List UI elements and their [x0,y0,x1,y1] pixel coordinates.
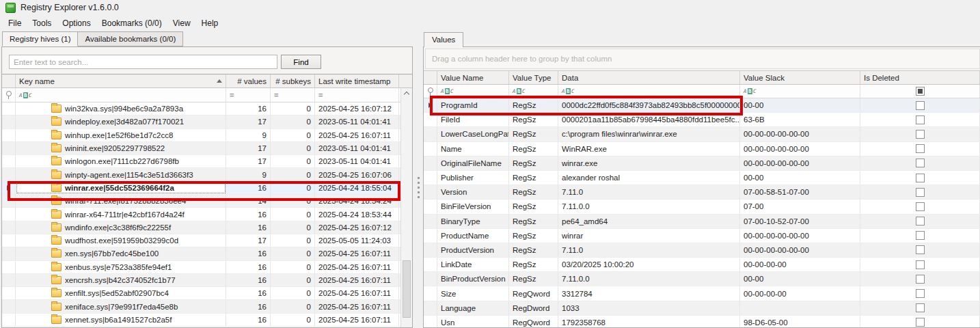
menu-item-help[interactable]: Help [196,16,224,30]
key-name-cell: xencrsh.sys|b42c374052fc1b77 [16,274,226,286]
filter-data[interactable]: ABC [558,85,740,98]
registry-hives-panel: Find Key name # values # subkeys Last wr… [1,46,413,328]
value-row[interactable]: BinaryTypeRegSzpe64_amd6407-00-10-52-07-… [424,215,980,229]
key-row[interactable]: wudfhost.exe|591959b03299c0d1702025-05-0… [2,234,412,247]
value-row[interactable]: VersionRegSz7.11.007-00-58-51-07-00 [424,185,980,200]
find-button[interactable]: Find [281,55,321,69]
key-row[interactable]: winrar-711.exe|f817528b82836ee41402025-0… [2,195,412,208]
is-deleted-checkbox[interactable] [916,217,925,226]
is-deleted-checkbox[interactable] [916,144,925,153]
key-row[interactable]: xeniface.sys|79e991f7eda45e8b1602025-04-… [2,300,412,313]
pane-splitter[interactable] [414,46,423,328]
tab-available-bookmarks[interactable]: Available bookmarks (0/0) [77,31,183,46]
row-indicator [2,115,16,128]
last-write-cell: 2025-04-25 16:07:11 [315,300,399,312]
key-row[interactable]: xenfilt.sys|5ed52abf02907bc41602025-04-2… [2,287,412,300]
key-row[interactable]: wndinfo.exe|c3c38f6f9c22255f1602025-04-2… [2,221,412,234]
filter-value-name[interactable]: ABC [437,85,509,98]
is-deleted-checkbox[interactable] [916,318,925,327]
is-deleted-checkbox[interactable] [916,275,925,284]
key-tree-grid: Key name # values # subkeys Last write t… [2,74,412,327]
column-header-data[interactable]: Data [558,71,740,84]
value-row[interactable]: LowerCaseLongPathRegSzc:\program files\w… [424,127,980,141]
menu-item-options[interactable]: Options [57,16,96,30]
filter-values[interactable]: = [226,88,271,102]
value-row[interactable]: PublisherRegSzalexander roshal00-00 [424,171,980,185]
menu-item-bookmarks[interactable]: Bookmarks (0/0) [96,16,167,30]
column-header-is-deleted[interactable]: Is Deleted [860,71,980,84]
key-row[interactable]: win32kva.sys|994be6c9a2a7893a1602025-04-… [2,102,412,115]
filter-is-deleted[interactable] [860,85,980,98]
menu-item-view[interactable]: View [167,16,196,30]
value-row[interactable]: OriginalFileNameRegSzwinrar.exe00-00-00-… [424,156,980,171]
column-header-values[interactable]: # values [226,74,271,87]
key-name-label: wndinfo.exe|c3c38f6f9c22255f [65,223,171,232]
column-header-value-name[interactable]: Value Name [437,71,509,84]
is-deleted-checkbox[interactable] [916,260,925,269]
search-input[interactable] [9,55,277,69]
column-header-key-name[interactable]: Key name [16,74,226,87]
is-deleted-checkbox[interactable] [916,115,925,124]
value-row[interactable]: ProductNameRegSzwinrar00-00-00-00-00-00 [424,229,980,243]
menu-item-file[interactable]: File [3,16,27,30]
is-deleted-checkbox[interactable] [916,202,925,211]
is-deleted-checkbox[interactable] [916,289,925,298]
column-header-subkeys[interactable]: # subkeys [271,74,315,87]
value-row[interactable]: NameRegSzWinRAR.exe00-00-00-00-00-00 [424,142,980,156]
key-name-cell: xennet.sys|b6a1491527cb2a5f [16,314,226,326]
key-row[interactable]: winrar.exe|55dc552369664f2a1602025-04-24… [2,182,412,195]
value-row[interactable]: BinFileVersionRegSz7.11.0.007-00 [424,200,980,214]
column-header-last-write[interactable]: Last write timestamp [315,74,399,87]
scrollbar-thumb[interactable] [403,260,411,318]
value-row[interactable]: LanguageRegDword1033 [424,301,980,316]
value-row[interactable]: FileIdRegSz0000201aa11b85ab67998445ba488… [424,113,980,127]
key-row[interactable]: winhup.exe|1e52f6be1d7c2cc8902025-04-25 … [2,129,412,142]
value-row[interactable]: ProductVersionRegSz7.11.000-00-00-00-00-… [424,243,980,258]
filter-key-name[interactable]: ABC [16,88,226,102]
row-indicator [424,316,437,327]
key-row[interactable]: winlogon.exe|7111cb227d6798fb1702023-05-… [2,155,412,168]
values-count-cell: 16 [226,247,271,260]
is-deleted-checkbox[interactable] [916,245,925,254]
group-by-panel[interactable]: Drag a column header here to group by th… [425,49,980,69]
is-deleted-checkbox[interactable] [916,303,925,312]
key-row[interactable]: winrar-x64-711tr|e42cbf167d4a24f1602025-… [2,208,412,221]
column-header-value-slack[interactable]: Value Slack [740,71,860,84]
value-name-cell: ProductName [437,229,509,243]
folder-icon [51,303,62,311]
filter-last-write[interactable]: = [315,88,399,102]
value-row[interactable]: BinProductVersionRegSz7.11.0.000-00 [424,272,980,286]
is-deleted-checkbox[interactable] [916,174,925,182]
filter-value-slack[interactable]: ABC [740,85,860,98]
is-deleted-checkbox[interactable] [916,130,925,139]
key-row[interactable]: xen.sys|67bb7edc45be1001602025-04-25 16:… [2,247,412,260]
key-row[interactable]: xencrsh.sys|b42c374052fc1b771602025-04-2… [2,274,412,287]
row-indicator [424,215,437,228]
key-row[interactable]: windeploy.exe|3d482a077f1700211702023-05… [2,115,412,128]
column-header-value-type[interactable]: Value Type [509,71,558,84]
row-indicator-icon [7,185,10,191]
value-type-cell: RegSz [509,229,558,243]
key-row[interactable]: xenbus.sys|e7523a385fe94ef11602025-04-25… [2,261,412,274]
value-row[interactable]: SizeRegQword331278400-00-00-00 [424,286,980,301]
filter-subkeys[interactable]: = [271,88,315,102]
is-deleted-checkbox[interactable] [916,101,925,110]
key-row[interactable]: wininit.exe|920522977985221702023-05-11 … [2,142,412,155]
row-indicator [2,195,16,207]
values-count-cell: 14 [226,195,271,207]
key-row[interactable]: winpty-agent.exe|1154c3e51d3663f3902025-… [2,168,412,181]
value-row[interactable]: ProgramIdRegSz0000dc22ffd0f5c884f3973ab8… [424,98,980,113]
value-row[interactable]: UsnRegQword179235876898-D6-05-00 [424,316,980,327]
key-row[interactable]: xennet.sys|b6a1491527cb2a5f1602025-04-25… [2,314,412,327]
window-title: Registry Explorer v1.6.0.0 [21,3,119,12]
menu-item-tools[interactable]: Tools [27,16,57,30]
value-row[interactable]: LinkDateRegSz03/20/2025 10:00:2000-00-00… [424,258,980,272]
filter-value-type[interactable]: ABC [509,85,558,98]
vertical-scrollbar[interactable] [400,88,412,327]
is-deleted-checkbox[interactable] [916,231,925,240]
is-deleted-checkbox[interactable] [916,188,925,197]
is-deleted-checkbox[interactable] [916,159,925,167]
tab-registry-hives[interactable]: Registry hives (1) [2,31,78,46]
tab-values[interactable]: Values [424,32,463,47]
checkbox-indeterminate[interactable] [916,87,925,96]
